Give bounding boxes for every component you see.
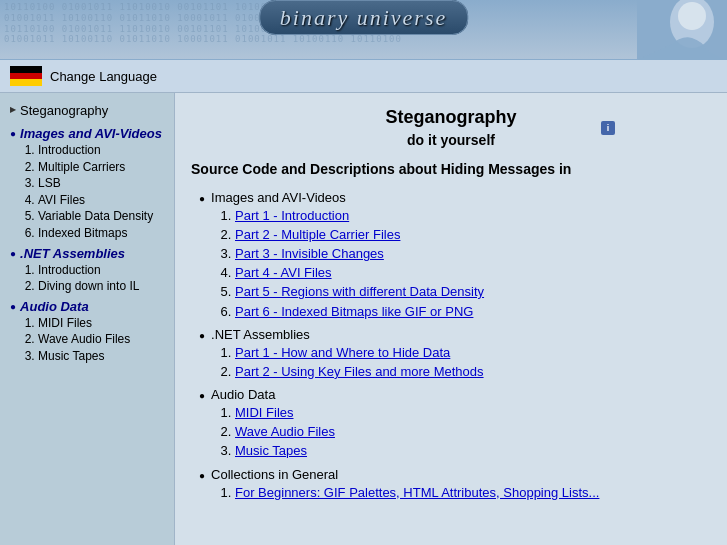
bullet-icon: ● [199, 470, 205, 481]
content-item-audio: ● Audio Data MIDI Files Wave Audio Files… [199, 387, 711, 461]
link-images-5[interactable]: Part 5 - Regions with different Data Den… [235, 284, 484, 299]
list-item: Part 3 - Invisible Changes [235, 245, 711, 263]
link-collections-1[interactable]: For Beginners: GIF Palettes, HTML Attrib… [235, 485, 599, 500]
bullet-icon: ● [199, 330, 205, 341]
page-subtitle: do it yourself [191, 132, 711, 148]
content-sublist-audio: MIDI Files Wave Audio Files Music Tapes [199, 404, 711, 461]
sidebar-category-dotnet[interactable]: ● .NET Assemblies [10, 246, 168, 261]
content-wrapper: i Steganography do it yourself Source Co… [191, 107, 711, 502]
sidebar-sublist-audio: MIDI Files Wave Audio Files Music Tapes [10, 316, 168, 365]
content-category-collections: ● Collections in General [199, 467, 711, 482]
bullet-icon: ● [10, 248, 16, 259]
flag-stripe-gold [10, 79, 42, 86]
sidebar-category-label: Audio Data [20, 299, 89, 314]
sidebar-title: Steganography [10, 103, 168, 118]
list-item: Indexed Bitmaps [38, 226, 168, 242]
change-language-link[interactable]: Change Language [50, 69, 157, 84]
content-item-dotnet: ● .NET Assemblies Part 1 - How and Where… [199, 327, 711, 381]
list-item: Part 5 - Regions with different Data Den… [235, 283, 711, 301]
list-item: Music Tapes [38, 349, 168, 365]
sidebar-category-label: Images and AVI-Videos [20, 126, 162, 141]
content-category-label: Audio Data [211, 387, 275, 402]
list-item: Introduction [38, 143, 168, 159]
sidebar-item-audio: ● Audio Data MIDI Files Wave Audio Files… [10, 299, 168, 365]
list-item: MIDI Files [235, 404, 711, 422]
content-nav: ● Images and AVI-Videos Part 1 - Introdu… [199, 190, 711, 502]
content-category-label: Images and AVI-Videos [211, 190, 346, 205]
header: 10110100 01001011 11010010 00101101 1010… [0, 0, 727, 60]
link-dotnet-2[interactable]: Part 2 - Using Key Files and more Method… [235, 364, 484, 379]
sidebar: Steganography ● Images and AVI-Videos In… [0, 93, 175, 545]
list-item: Part 2 - Using Key Files and more Method… [235, 363, 711, 381]
bullet-icon: ● [10, 128, 16, 139]
link-images-3[interactable]: Part 3 - Invisible Changes [235, 246, 384, 261]
list-item: Music Tapes [235, 442, 711, 460]
header-face-image [637, 0, 727, 60]
link-audio-1[interactable]: MIDI Files [235, 405, 294, 420]
content-description: Source Code and Descriptions about Hidin… [191, 160, 711, 180]
page-title: Steganography [191, 107, 711, 128]
list-item: Introduction [38, 263, 168, 279]
sidebar-nav: ● Images and AVI-Videos Introduction Mul… [10, 126, 168, 365]
content-sublist-images: Part 1 - Introduction Part 2 - Multiple … [199, 207, 711, 321]
sidebar-item-dotnet: ● .NET Assemblies Introduction Diving do… [10, 246, 168, 295]
sidebar-sublist-images: Introduction Multiple Carriers LSB AVI F… [10, 143, 168, 242]
sidebar-sublist-dotnet: Introduction Diving down into IL [10, 263, 168, 295]
list-item: MIDI Files [38, 316, 168, 332]
site-logo: binary universe [259, 5, 468, 31]
list-item: AVI Files [38, 193, 168, 209]
link-images-6[interactable]: Part 6 - Indexed Bitmaps like GIF or PNG [235, 304, 473, 319]
content-category-audio: ● Audio Data [199, 387, 711, 402]
sidebar-category-images[interactable]: ● Images and AVI-Videos [10, 126, 168, 141]
content-category-dotnet: ● .NET Assemblies [199, 327, 711, 342]
sidebar-category-audio[interactable]: ● Audio Data [10, 299, 168, 314]
link-images-4[interactable]: Part 4 - AVI Files [235, 265, 332, 280]
list-item: Part 1 - Introduction [235, 207, 711, 225]
flag-stripe-red [10, 73, 42, 80]
content-category-images: ● Images and AVI-Videos [199, 190, 711, 205]
sidebar-item-images: ● Images and AVI-Videos Introduction Mul… [10, 126, 168, 242]
list-item: Multiple Carriers [38, 160, 168, 176]
content-sublist-dotnet: Part 1 - How and Where to Hide Data Part… [199, 344, 711, 381]
link-images-2[interactable]: Part 2 - Multiple Carrier Files [235, 227, 400, 242]
content-area: i Steganography do it yourself Source Co… [175, 93, 727, 545]
sidebar-category-label: .NET Assemblies [20, 246, 125, 261]
bullet-icon: ● [199, 390, 205, 401]
language-bar: Change Language [0, 60, 727, 93]
german-flag [10, 66, 42, 86]
list-item: Part 6 - Indexed Bitmaps like GIF or PNG [235, 303, 711, 321]
list-item: Diving down into IL [38, 279, 168, 295]
link-dotnet-1[interactable]: Part 1 - How and Where to Hide Data [235, 345, 450, 360]
list-item: Part 4 - AVI Files [235, 264, 711, 282]
list-item: LSB [38, 176, 168, 192]
content-category-label: Collections in General [211, 467, 338, 482]
svg-point-2 [678, 2, 706, 30]
info-icon[interactable]: i [601, 121, 615, 135]
link-audio-3[interactable]: Music Tapes [235, 443, 307, 458]
content-sublist-collections: For Beginners: GIF Palettes, HTML Attrib… [199, 484, 711, 502]
list-item: For Beginners: GIF Palettes, HTML Attrib… [235, 484, 711, 502]
main-layout: Steganography ● Images and AVI-Videos In… [0, 93, 727, 545]
bullet-icon: ● [10, 301, 16, 312]
list-item: Variable Data Density [38, 209, 168, 225]
list-item: Part 2 - Multiple Carrier Files [235, 226, 711, 244]
content-category-label: .NET Assemblies [211, 327, 310, 342]
content-item-collections: ● Collections in General For Beginners: … [199, 467, 711, 502]
link-images-1[interactable]: Part 1 - Introduction [235, 208, 349, 223]
bullet-icon: ● [199, 193, 205, 204]
list-item: Wave Audio Files [235, 423, 711, 441]
list-item: Wave Audio Files [38, 332, 168, 348]
content-item-images: ● Images and AVI-Videos Part 1 - Introdu… [199, 190, 711, 321]
list-item: Part 1 - How and Where to Hide Data [235, 344, 711, 362]
flag-stripe-black [10, 66, 42, 73]
link-audio-2[interactable]: Wave Audio Files [235, 424, 335, 439]
